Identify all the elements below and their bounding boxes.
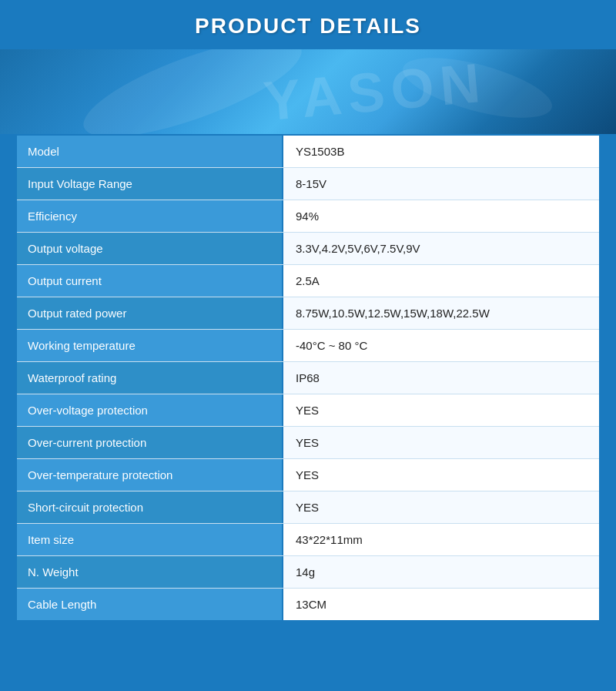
- cell-value: 8-15V: [283, 168, 599, 200]
- cell-label: Item size: [17, 524, 283, 555]
- cell-label: N. Weight: [17, 556, 283, 588]
- table-row: Output rated power8.75W,10.5W,12.5W,15W,…: [17, 297, 599, 330]
- cell-label: Short-circuit protection: [17, 491, 283, 523]
- cell-value: 43*22*11mm: [283, 524, 599, 555]
- cell-label: Input Voltage Range: [17, 168, 283, 200]
- table-row: Working temperature-40°C ~ 80 °C: [17, 330, 599, 362]
- page-title: PRODUCT DETAILS: [195, 14, 421, 38]
- cell-value: 2.5A: [283, 265, 599, 297]
- table-row: Input Voltage Range8-15V: [17, 168, 599, 200]
- table-row: Item size43*22*11mm: [17, 524, 599, 556]
- table-row: Over-temperature protectionYES: [17, 459, 599, 491]
- cell-label: Working temperature: [17, 330, 283, 361]
- cell-value: YES: [283, 394, 599, 426]
- page-header: PRODUCT DETAILS: [0, 0, 616, 49]
- table-row: Over-voltage protectionYES: [17, 394, 599, 427]
- cell-value: 13CM: [283, 589, 599, 620]
- table-row: ModelYS1503B: [17, 136, 599, 168]
- cell-value: IP68: [283, 362, 599, 394]
- watermark: YASON: [261, 51, 488, 133]
- table-row: Waterproof ratingIP68: [17, 362, 599, 394]
- cell-value: YES: [283, 427, 599, 458]
- table-row: Over-current protectionYES: [17, 427, 599, 459]
- cell-value: 8.75W,10.5W,12.5W,15W,18W,22.5W: [283, 297, 599, 329]
- cell-label: Output rated power: [17, 297, 283, 329]
- cell-label: Cable Length: [17, 589, 283, 620]
- cell-label: Over-current protection: [17, 427, 283, 458]
- cell-value: YES: [283, 459, 599, 491]
- cell-value: -40°C ~ 80 °C: [283, 330, 599, 361]
- cell-value: YES: [283, 491, 599, 523]
- cell-label: Output current: [17, 265, 283, 297]
- cell-label: Over-voltage protection: [17, 394, 283, 426]
- cell-value: 94%: [283, 200, 599, 232]
- table-row: N. Weight14g: [17, 556, 599, 589]
- cell-value: 14g: [283, 556, 599, 588]
- cell-label: Efficiency: [17, 200, 283, 232]
- cell-label: Model: [17, 136, 283, 167]
- cell-value: 3.3V,4.2V,5V,6V,7.5V,9V: [283, 233, 599, 264]
- table-row: Output current2.5A: [17, 265, 599, 297]
- table-row: Cable Length13CM: [17, 589, 599, 620]
- product-details-table: ModelYS1503BInput Voltage Range8-15VEffi…: [15, 134, 601, 622]
- cell-label: Output voltage: [17, 233, 283, 264]
- hero-banner: YASON: [0, 49, 616, 134]
- cell-value: YS1503B: [283, 136, 599, 167]
- table-row: Short-circuit protectionYES: [17, 491, 599, 524]
- cell-label: Waterproof rating: [17, 362, 283, 394]
- cell-label: Over-temperature protection: [17, 459, 283, 491]
- table-row: Output voltage3.3V,4.2V,5V,6V,7.5V,9V: [17, 233, 599, 265]
- table-row: Efficiency94%: [17, 200, 599, 233]
